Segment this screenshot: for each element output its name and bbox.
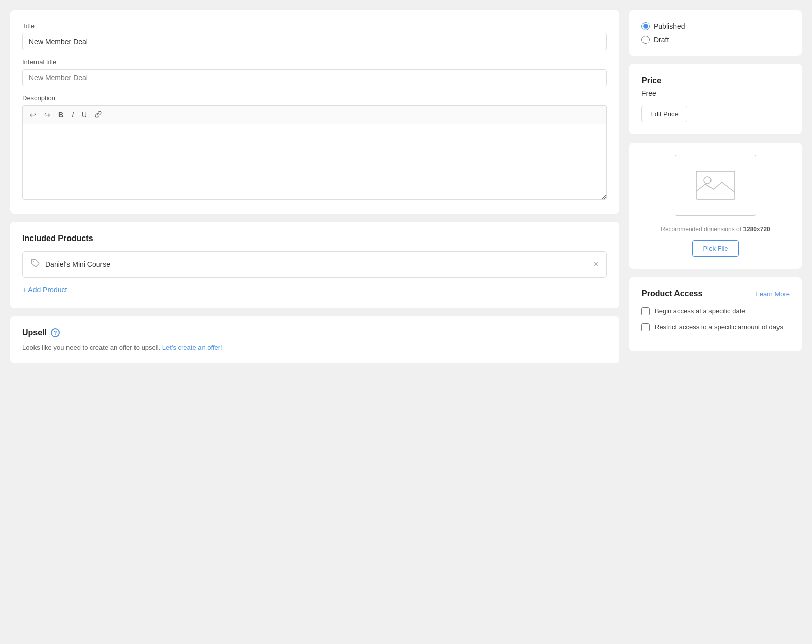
edit-price-button[interactable]: Edit Price: [641, 106, 687, 122]
access-option-text-0: Begin access at a specific date: [655, 307, 746, 316]
access-checkbox-1[interactable]: [641, 323, 650, 331]
page-wrapper: Title Internal title Description ↩ ↪ B I…: [0, 0, 812, 374]
description-textarea[interactable]: [22, 124, 607, 200]
status-card: Published Draft: [629, 10, 802, 56]
description-label: Description: [22, 94, 607, 102]
add-product-label: + Add Product: [22, 286, 67, 294]
learn-more-link[interactable]: Learn More: [756, 290, 790, 298]
access-option-text-1: Restrict access to a specific amount of …: [655, 323, 783, 332]
published-radio[interactable]: [641, 22, 650, 30]
title-group: Title: [22, 22, 607, 50]
upsell-card: Upsell ? Looks like you need to create a…: [10, 316, 619, 363]
product-item: Daniel's Mini Course ×: [22, 251, 607, 278]
product-remove-button[interactable]: ×: [594, 260, 598, 269]
internal-title-input[interactable]: [22, 69, 607, 86]
undo-button[interactable]: ↩: [27, 109, 39, 120]
included-products-title: Included Products: [22, 234, 607, 243]
access-options-list: Begin access at a specific date Restrict…: [641, 307, 790, 332]
product-access-header: Product Access Learn More: [641, 289, 790, 298]
redo-button[interactable]: ↪: [41, 109, 53, 120]
product-access-card: Product Access Learn More Begin access a…: [629, 277, 802, 351]
link-button[interactable]: [92, 109, 105, 121]
product-item-left: Daniel's Mini Course: [31, 259, 110, 270]
upsell-create-offer-link[interactable]: Let's create an offer!: [162, 344, 222, 351]
description-group: Description ↩ ↪ B I U: [22, 94, 607, 201]
internal-title-label: Internal title: [22, 58, 607, 66]
price-title: Price: [641, 76, 790, 85]
price-value: Free: [641, 89, 790, 97]
included-products-card: Included Products Daniel's Mini Course ×…: [10, 222, 619, 308]
pick-file-button[interactable]: Pick File: [692, 240, 738, 257]
main-card: Title Internal title Description ↩ ↪ B I…: [10, 10, 619, 214]
published-option[interactable]: Published: [641, 22, 790, 30]
draft-label: Draft: [654, 36, 669, 44]
image-placeholder: [675, 155, 756, 216]
access-checkbox-0[interactable]: [641, 307, 650, 315]
product-name: Daniel's Mini Course: [45, 260, 110, 268]
status-radio-group: Published Draft: [641, 22, 790, 44]
editor-toolbar: ↩ ↪ B I U: [22, 105, 607, 124]
access-option-1: Restrict access to a specific amount of …: [641, 323, 790, 332]
internal-title-group: Internal title: [22, 58, 607, 86]
draft-option[interactable]: Draft: [641, 36, 790, 44]
svg-point-2: [704, 177, 711, 184]
image-dimensions: Recommended dimensions of 1280x720: [661, 226, 770, 233]
upsell-title-row: Upsell ?: [22, 328, 607, 337]
published-label: Published: [654, 22, 685, 30]
left-column: Title Internal title Description ↩ ↪ B I…: [10, 10, 619, 363]
title-label: Title: [22, 22, 607, 30]
underline-button[interactable]: U: [79, 109, 90, 120]
product-tag-icon: [31, 259, 40, 270]
access-option-0: Begin access at a specific date: [641, 307, 790, 316]
svg-rect-1: [696, 171, 735, 199]
bold-button[interactable]: B: [55, 109, 66, 120]
italic-button[interactable]: I: [69, 109, 77, 120]
products-list: Daniel's Mini Course ×: [22, 251, 607, 278]
upsell-help-icon[interactable]: ?: [51, 328, 60, 337]
draft-radio[interactable]: [641, 36, 650, 44]
upsell-text: Looks like you need to create an offer t…: [22, 344, 607, 351]
add-product-button[interactable]: + Add Product: [22, 284, 67, 296]
image-card: Recommended dimensions of 1280x720 Pick …: [629, 143, 802, 269]
title-input[interactable]: [22, 33, 607, 50]
upsell-title: Upsell: [22, 328, 47, 337]
price-card: Price Free Edit Price: [629, 64, 802, 134]
right-column: Published Draft Price Free Edit Price: [629, 10, 802, 363]
product-access-title: Product Access: [641, 289, 702, 298]
